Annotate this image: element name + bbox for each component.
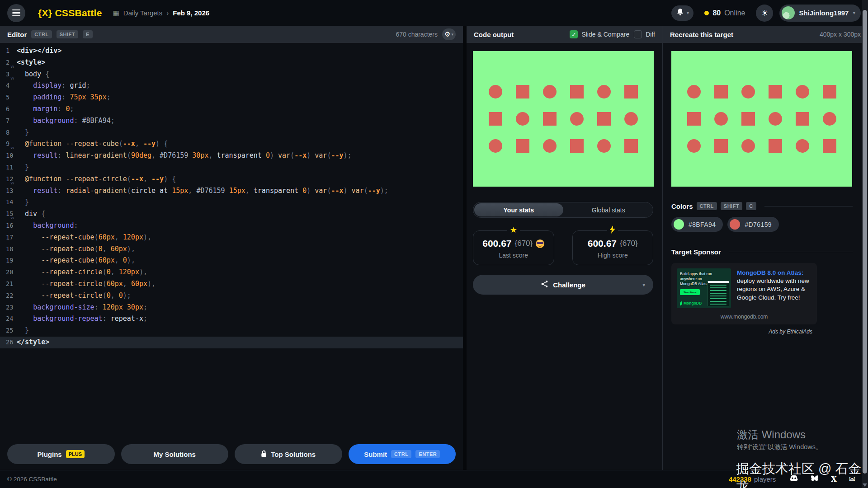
- challenge-label: Challenge: [553, 281, 585, 289]
- breadcrumb: ▦ Daily Targets › Feb 9, 2026: [113, 9, 210, 17]
- tab-your-stats[interactable]: Your stats: [474, 203, 563, 216]
- circle-shape: [543, 139, 557, 153]
- line-number: 26: [6, 337, 13, 348]
- panel-divider: [463, 26, 467, 470]
- code-line[interactable]: 21 --repeat-circle(60px, 60px),: [0, 278, 463, 290]
- checkbox-unchecked-icon[interactable]: [634, 30, 642, 38]
- circle-shape: [516, 112, 529, 126]
- editor-settings-button[interactable]: ⚙ ▾: [442, 28, 456, 40]
- circle-shape: [687, 85, 701, 99]
- code-line[interactable]: 3∨∨ body {: [0, 69, 463, 80]
- scroll-down-arrow-icon[interactable]: [863, 483, 867, 487]
- my-solutions-label: My Solutions: [154, 450, 196, 458]
- key-chip-ctrl: CTRL: [697, 202, 717, 210]
- code-line[interactable]: 8 }: [0, 127, 463, 139]
- page-scrollbar[interactable]: [862, 0, 868, 488]
- target-panel: Recreate this target 400px x 300px Color…: [663, 26, 868, 470]
- line-number: 20: [6, 267, 13, 278]
- slide-compare-checkbox[interactable]: ✓ Slide & Compare: [570, 30, 629, 38]
- code-line[interactable]: 13 result: radial-gradient(circle at 15p…: [0, 185, 463, 197]
- sponsor-ad[interactable]: Build apps that run anywhere on MongoDB …: [671, 263, 817, 324]
- diff-checkbox[interactable]: Diff: [634, 30, 655, 38]
- gear-icon: ⚙: [444, 30, 450, 38]
- high-score-value: 600.67: [588, 238, 617, 249]
- code-line[interactable]: 6 margin: 0;: [0, 103, 463, 115]
- x-twitter-icon[interactable]: X: [831, 475, 836, 483]
- square-shape: [624, 85, 638, 99]
- square-shape: [570, 85, 584, 99]
- code-line[interactable]: 4 display: grid;: [0, 80, 463, 92]
- code-line[interactable]: 9∨∨ @function --repeat-cube(--x, --y) {: [0, 138, 463, 150]
- code-line[interactable]: 11 }: [0, 162, 463, 174]
- line-number: 3: [6, 69, 9, 80]
- ad-url: www.mongodb.com: [677, 314, 811, 320]
- code-line[interactable]: 1<div></div>: [0, 45, 463, 57]
- high-score-label: High score: [576, 252, 650, 259]
- site-logo[interactable]: {X} CSSBattle: [38, 8, 102, 19]
- challenge-button[interactable]: Challenge ▾: [473, 275, 653, 295]
- mail-icon[interactable]: ✉: [849, 474, 855, 484]
- scrollbar-thumb[interactable]: [863, 10, 867, 474]
- code-line[interactable]: 16 background:: [0, 220, 463, 232]
- square-shape: [489, 112, 502, 126]
- code-line[interactable]: 22 --repeat-circle(0, 0);: [0, 290, 463, 302]
- top-solutions-button[interactable]: Top Solutions: [235, 444, 342, 464]
- butterfly-icon[interactable]: [811, 475, 819, 484]
- code-editor[interactable]: 1<div></div>2∨∨<style>3∨∨ body {4 displa…: [0, 43, 463, 438]
- line-number: 16: [6, 220, 13, 232]
- line-number: 6: [6, 103, 9, 115]
- output-header: Code output ✓ Slide & Compare Diff: [467, 26, 662, 43]
- code-output-image[interactable]: [473, 51, 654, 187]
- line-number: 25: [6, 325, 13, 337]
- sponsor-section-header: Target Sponsor: [671, 248, 853, 256]
- colors-title: Colors: [671, 202, 693, 210]
- code-line[interactable]: 7 background: #8BFA94;: [0, 115, 463, 127]
- players-label: players: [754, 475, 776, 483]
- code-line[interactable]: 26</style>: [0, 337, 463, 348]
- high-score-chars: {670}: [620, 239, 638, 248]
- square-shape: [597, 112, 611, 126]
- username: ShiJinlong1997: [799, 9, 849, 17]
- code-line[interactable]: 5 padding: 75px 35px;: [0, 92, 463, 103]
- tab-global-stats[interactable]: Global stats: [564, 202, 653, 217]
- user-menu[interactable]: ShiJinlong1997 ▾: [779, 5, 861, 22]
- code-line[interactable]: 12∨∨ @function --repeat-circle(--x, --y)…: [0, 174, 463, 185]
- colors-section-header: Colors CTRL SHIFT C: [671, 202, 853, 210]
- submit-button[interactable]: Submit CTRL ENTER: [349, 444, 456, 464]
- last-score-chars: {670}: [515, 239, 533, 248]
- color-swatch-red[interactable]: #D76159: [727, 217, 779, 232]
- chevron-down-icon: ▾: [687, 10, 689, 16]
- checkbox-checked-icon[interactable]: ✓: [570, 30, 578, 38]
- code-line[interactable]: 14 }: [0, 197, 463, 208]
- code-line[interactable]: 18 --repeat-cube(0, 60px),: [0, 244, 463, 255]
- code-line[interactable]: 15∨∨ div {: [0, 208, 463, 220]
- my-solutions-button[interactable]: My Solutions: [121, 444, 229, 464]
- last-score-value: 600.67: [482, 238, 511, 249]
- copyright: © 2026 CSSBattle: [7, 476, 57, 483]
- ad-headline[interactable]: MongoDB 8.0 on Atlas:: [737, 269, 803, 276]
- code-line[interactable]: 23 background-size: 120px 30px;: [0, 302, 463, 314]
- character-count: 670 characters: [396, 31, 438, 38]
- plus-badge: PLUS: [66, 450, 85, 458]
- code-line[interactable]: 2∨∨<style>: [0, 57, 463, 69]
- code-line[interactable]: 10 result: linear-gradient(90deg, #D7615…: [0, 150, 463, 162]
- code-line[interactable]: 19 --repeat-cube(60px, 0),: [0, 255, 463, 267]
- notifications-button[interactable]: ▾: [671, 5, 694, 21]
- menu-icon[interactable]: [7, 4, 25, 22]
- breadcrumb-section[interactable]: Daily Targets: [123, 9, 162, 17]
- discord-icon[interactable]: [789, 475, 798, 483]
- share-icon: [541, 280, 548, 289]
- plugins-button[interactable]: Plugins PLUS: [7, 444, 115, 464]
- ad-code-window: [708, 281, 729, 306]
- color-swatch-green[interactable]: #8BFA94: [671, 217, 723, 232]
- target-image[interactable]: [671, 51, 852, 187]
- circle-shape: [489, 139, 502, 153]
- line-number: 5: [6, 92, 9, 103]
- players-count: 442338 players: [729, 475, 776, 483]
- code-line[interactable]: 25 }: [0, 325, 463, 337]
- theme-toggle-button[interactable]: ☀: [756, 5, 773, 22]
- line-number: 14: [6, 197, 13, 208]
- code-line[interactable]: 20 --repeat-circle(0, 120px),: [0, 267, 463, 278]
- code-line[interactable]: 17 --repeat-cube(60px, 120px),: [0, 232, 463, 244]
- code-line[interactable]: 24 background-repeat: repeat-x;: [0, 313, 463, 325]
